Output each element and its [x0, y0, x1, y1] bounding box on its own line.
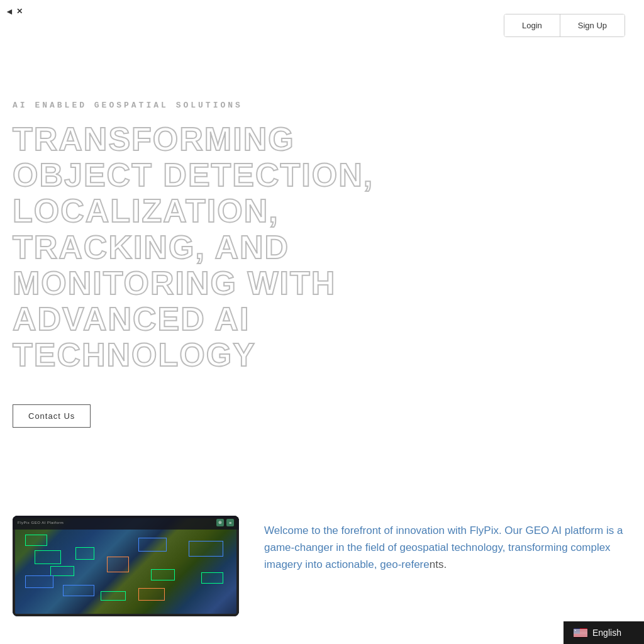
login-button[interactable]: Login [504, 14, 560, 36]
drawer-close-icon: ✕ [16, 7, 23, 16]
detection-box-11 [138, 588, 165, 601]
flag-icon-us [574, 628, 587, 637]
toolbar-icon-symbol-2: ≡ [229, 521, 231, 525]
detection-box-2 [35, 550, 61, 564]
detection-box-3 [50, 566, 74, 576]
language-label: English [592, 628, 621, 638]
detection-box-5 [25, 575, 53, 588]
content-section: FlyPix GEO AI Platform ⊕ ≡ Welcome to th… [0, 516, 644, 616]
detection-box-7 [107, 557, 129, 572]
screen-toolbar: FlyPix GEO AI Platform ⊕ ≡ [13, 516, 239, 530]
laptop-screen-image: FlyPix GEO AI Platform ⊕ ≡ [13, 516, 239, 616]
toolbar-icon-symbol-1: ⊕ [218, 520, 222, 525]
hero-title: TRANSFORMING OBJECT DETECTION, LOCALIZAT… [13, 121, 440, 373]
toolbar-icon-1: ⊕ [216, 519, 224, 526]
detection-box-1 [25, 535, 47, 546]
flag-stripe-5 [574, 635, 587, 635]
language-selector[interactable]: English [564, 621, 644, 644]
flag-stripe-3 [574, 632, 587, 633]
toolbar-icons-group: ⊕ ≡ [216, 519, 234, 526]
toolbar-title-text: FlyPix GEO AI Platform [18, 521, 64, 525]
detection-box-13 [201, 572, 223, 584]
detection-box-8 [101, 591, 126, 601]
detection-box-6 [63, 585, 94, 596]
drawer-arrow-icon: ◄ [5, 6, 14, 16]
detection-box-12 [189, 541, 223, 557]
top-navigation-bar: Login Sign Up [0, 0, 644, 50]
detection-box-10 [151, 569, 175, 580]
description-paragraph: Welcome to the forefront of innovation w… [264, 516, 631, 574]
toolbar-icon-2: ≡ [226, 519, 234, 526]
flag-stripe-4 [574, 633, 587, 634]
hero-section: AI ENABLED GEOSPATIAL SOLUTIONS TRANSFOR… [0, 63, 644, 440]
contact-us-button[interactable]: Contact Us [13, 404, 91, 428]
flag-stripe-6 [574, 636, 587, 636]
description-text-content: Welcome to the forefront of innovation w… [264, 525, 623, 570]
flag-stripe-1 [574, 630, 587, 630]
nav-button-group: Login Sign Up [504, 14, 625, 37]
flag-stripe-2 [574, 631, 587, 631]
signup-button[interactable]: Sign Up [560, 14, 625, 36]
drawer-toggle-button[interactable]: ◄ ✕ [0, 4, 28, 19]
hero-subtitle: AI ENABLED GEOSPATIAL SOLUTIONS [13, 101, 631, 110]
detection-box-4 [75, 547, 94, 560]
detection-box-9 [138, 538, 167, 552]
